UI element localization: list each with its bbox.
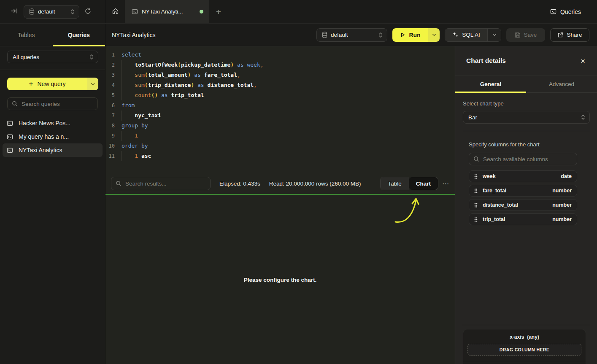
ellipsis-icon: ··· bbox=[443, 181, 449, 187]
columns-search-box bbox=[469, 153, 577, 165]
x-axis-label: x-axis bbox=[510, 334, 524, 340]
divider bbox=[462, 325, 590, 325]
column-type: date bbox=[561, 173, 572, 179]
sql-ai-button[interactable]: SQL AI bbox=[445, 29, 487, 41]
collapse-sidebar-button[interactable] bbox=[9, 6, 20, 17]
column-item-fare-total[interactable]: fare_totalnumber bbox=[469, 185, 577, 197]
refresh-icon bbox=[84, 8, 92, 16]
line-number: 3 bbox=[105, 70, 115, 80]
plus-icon: + bbox=[29, 80, 33, 88]
line-number: 4 bbox=[105, 80, 115, 90]
sidebar-query-nytaxi-analytics[interactable]: NYTaxi Analytics bbox=[3, 143, 103, 157]
code-text: toStartOfWeek(pickup_datetime) as week, bbox=[122, 60, 264, 70]
tab-tables-label: Tables bbox=[18, 32, 35, 38]
tab-tables[interactable]: Tables bbox=[0, 24, 53, 46]
results-bar: Elapsed: 0.433s Read: 20,000,000 rows (2… bbox=[105, 173, 455, 194]
run-database-selector[interactable]: default bbox=[316, 28, 387, 42]
column-item-distance-total[interactable]: distance_totalnumber bbox=[469, 199, 577, 211]
new-query-options-chevron[interactable] bbox=[87, 78, 98, 90]
column-type: number bbox=[552, 216, 572, 222]
code-text: order by bbox=[122, 141, 148, 151]
column-type: number bbox=[552, 188, 572, 194]
indent-guide bbox=[122, 70, 122, 80]
column-item-trip-total[interactable]: trip_totalnumber bbox=[469, 213, 577, 225]
query-filter-select[interactable]: All queries bbox=[7, 51, 98, 63]
divider bbox=[463, 131, 590, 131]
column-name: distance_total bbox=[483, 202, 547, 208]
y-axis-section: y-axis (number) DRAG COLUMNS HERE bbox=[463, 362, 586, 364]
chart-type-label: Select chart type bbox=[463, 100, 590, 107]
rows-read-stats: Read: 20,000,000 rows (260.00 MB) bbox=[269, 181, 361, 187]
query-label: Hacker News Pos... bbox=[19, 120, 70, 127]
chart-type-select[interactable]: Bar bbox=[463, 111, 590, 124]
query-terminal-icon bbox=[132, 8, 138, 15]
sql-ai-options-chevron[interactable] bbox=[487, 29, 501, 41]
sidebar: All queries + New query Hacker News Pos.… bbox=[0, 46, 105, 364]
x-axis-drop-zone[interactable]: DRAG COLUMN HERE bbox=[467, 344, 581, 356]
tab-queries[interactable]: Queries bbox=[53, 24, 105, 46]
unsaved-indicator-dot bbox=[200, 10, 203, 13]
code-line: 2 toStartOfWeek(pickup_datetime) as week… bbox=[105, 60, 455, 70]
column-item-week[interactable]: weekdate bbox=[469, 170, 577, 182]
sparkles-icon bbox=[452, 32, 459, 38]
updown-chevron-icon bbox=[89, 54, 94, 60]
tab-general[interactable]: General bbox=[455, 75, 526, 92]
query-list: Hacker News Pos...My query has a n...NYT… bbox=[7, 116, 98, 157]
close-panel-button[interactable]: × bbox=[581, 57, 585, 65]
code-line: 1select bbox=[105, 50, 455, 60]
sidebar-query-hacker-news-pos[interactable]: Hacker News Pos... bbox=[3, 116, 103, 130]
save-icon bbox=[515, 32, 521, 38]
query-terminal-icon bbox=[7, 120, 13, 127]
code-lines: 1select2 toStartOfWeek(pickup_datetime) … bbox=[105, 50, 455, 161]
drag-handle-icon bbox=[474, 217, 478, 222]
save-button[interactable]: Save bbox=[506, 28, 545, 42]
results-search-input[interactable] bbox=[125, 181, 206, 187]
sidebar-query-my-query-has-a-n[interactable]: My query has a n... bbox=[3, 130, 103, 143]
queries-terminal-icon bbox=[550, 8, 556, 15]
chevron-down-icon bbox=[432, 33, 436, 36]
tab-nytaxi-analytics[interactable]: NYTaxi Analyti... bbox=[125, 0, 209, 23]
columns-search-input[interactable] bbox=[483, 156, 573, 162]
column-list: weekdatefare_totalnumberdistance_totalnu… bbox=[469, 170, 577, 225]
chart-view-button[interactable]: Chart bbox=[409, 177, 438, 190]
column-name: trip_total bbox=[483, 216, 547, 222]
tab-advanced[interactable]: Advanced bbox=[526, 75, 597, 92]
x-axis-hint: (any) bbox=[527, 334, 539, 340]
main-area: 1select2 toStartOfWeek(pickup_datetime) … bbox=[105, 46, 455, 364]
query-search-input[interactable] bbox=[22, 101, 96, 107]
topbar-right: Queries bbox=[550, 0, 597, 23]
sql-editor[interactable]: 1select2 toStartOfWeek(pickup_datetime) … bbox=[105, 46, 455, 173]
editor-header: NYTaxi Analytics default Run bbox=[105, 24, 597, 46]
panel-header: Chart details × bbox=[455, 46, 597, 75]
run-options-chevron[interactable] bbox=[428, 28, 440, 42]
code-text: nyc_taxi bbox=[122, 111, 161, 121]
code-line: 7 nyc_taxi bbox=[105, 111, 455, 121]
updown-chevron-icon bbox=[378, 32, 383, 38]
code-text: 1 bbox=[122, 131, 138, 141]
share-button[interactable]: Share bbox=[550, 28, 589, 42]
queries-button[interactable]: Queries bbox=[550, 8, 581, 15]
more-options-button[interactable]: ··· bbox=[443, 181, 449, 187]
plus-icon: + bbox=[216, 7, 221, 16]
new-query-button[interactable]: + New query bbox=[7, 78, 87, 90]
code-line: 6from bbox=[105, 100, 455, 111]
topbar: default NYTaxi Analyti... + Queries bbox=[0, 0, 597, 24]
refresh-button[interactable] bbox=[83, 6, 93, 18]
indent-guide bbox=[122, 60, 122, 70]
sql-ai-label: SQL AI bbox=[462, 32, 480, 38]
database-selector[interactable]: default bbox=[24, 5, 79, 19]
query-filter-value: All queries bbox=[13, 54, 86, 60]
code-line: 4 sum(trip_distance) as distance_total, bbox=[105, 80, 455, 90]
home-icon bbox=[112, 8, 119, 16]
line-number: 5 bbox=[105, 90, 115, 100]
table-view-button[interactable]: Table bbox=[381, 177, 408, 190]
panel-tabs: General Advanced bbox=[455, 75, 597, 93]
code-line: 8group by bbox=[105, 121, 455, 131]
code-text: sum(trip_distance) as distance_total, bbox=[122, 80, 257, 90]
close-icon: × bbox=[581, 57, 585, 65]
home-tab[interactable] bbox=[105, 0, 125, 23]
new-tab-button[interactable]: + bbox=[209, 0, 228, 23]
indent-guide bbox=[122, 90, 122, 100]
new-query-button-group: + New query bbox=[7, 78, 98, 90]
run-button[interactable]: Run bbox=[392, 28, 428, 42]
